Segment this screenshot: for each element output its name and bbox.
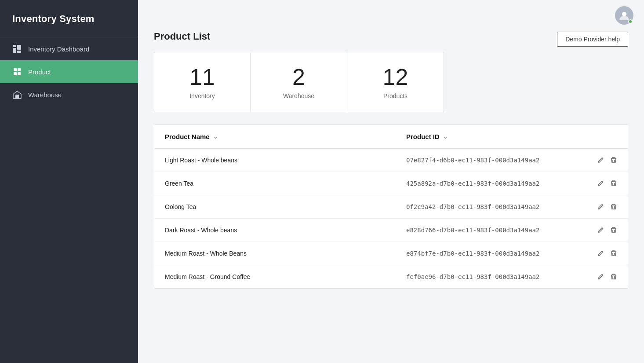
- avatar[interactable]: [615, 6, 633, 25]
- stat-card-warehouse: 2 Warehouse: [251, 52, 347, 112]
- cell-product-name: Green Tea: [165, 180, 406, 187]
- cell-product-id: e828d766-d7b0-ec11-983f-000d3a149aa2: [406, 227, 582, 234]
- stat-label-inventory: Inventory: [189, 92, 215, 99]
- table-row: Oolong Tea 0f2c9a42-d7b0-ec11-983f-000d3…: [154, 195, 628, 219]
- cell-product-id: 0f2c9a42-d7b0-ec11-983f-000d3a149aa2: [406, 203, 582, 210]
- stats-row: 11 Inventory 2 Warehouse 12 Products: [154, 52, 628, 112]
- svg-rect-4: [14, 68, 17, 71]
- cell-actions: [582, 203, 617, 210]
- edit-icon[interactable]: [597, 250, 604, 257]
- stat-label-products: Products: [383, 92, 408, 99]
- dashboard-icon: [12, 44, 22, 53]
- cell-actions: [582, 227, 617, 234]
- cell-product-id: 425a892a-d7b0-ec11-983f-000d3a149aa2: [406, 180, 582, 187]
- svg-rect-0: [13, 45, 16, 47]
- main-content: Product List Demo Provider help 11 Inven…: [138, 0, 644, 363]
- table-row: Medium Roast - Whole Beans e874bf7e-d7b0…: [154, 242, 628, 265]
- svg-rect-1: [13, 48, 16, 53]
- svg-rect-5: [18, 68, 21, 71]
- stat-card-inventory: 11 Inventory: [154, 52, 251, 112]
- cell-product-id: 07e827f4-d6b0-ec11-983f-000d3a149aa2: [406, 157, 582, 164]
- app-title: Inventory System: [0, 0, 138, 37]
- sidebar-item-product[interactable]: Product: [0, 60, 138, 83]
- edit-icon[interactable]: [597, 227, 604, 234]
- svg-point-9: [622, 12, 626, 16]
- table-row: Green Tea 425a892a-d7b0-ec11-983f-000d3a…: [154, 172, 628, 195]
- header: [138, 0, 644, 31]
- cell-actions: [582, 250, 617, 257]
- svg-rect-6: [14, 72, 17, 75]
- cell-product-name: Dark Roast - Whole beans: [165, 227, 406, 234]
- sidebar-item-label-product: Product: [28, 68, 51, 76]
- column-name-label: Product Name: [165, 133, 210, 140]
- cell-product-id: fef0ae96-d7b0-ec11-983f-000d3a149aa2: [406, 273, 582, 280]
- svg-rect-7: [18, 72, 21, 75]
- stat-card-products: 12 Products: [347, 52, 444, 112]
- edit-icon[interactable]: [597, 157, 604, 164]
- table-row: Light Roast - Whole beans 07e827f4-d6b0-…: [154, 149, 628, 172]
- sidebar-nav: Inventory Dashboard Product: [0, 37, 138, 106]
- svg-rect-3: [17, 51, 21, 53]
- table-body: Light Roast - Whole beans 07e827f4-d6b0-…: [154, 149, 628, 288]
- sidebar-item-label-dashboard: Inventory Dashboard: [28, 45, 89, 53]
- sidebar-item-warehouse[interactable]: Warehouse: [0, 83, 138, 106]
- table-header: Product Name ⌄ Product ID ⌄: [154, 125, 628, 149]
- cell-product-name: Oolong Tea: [165, 203, 406, 210]
- sidebar-item-inventory-dashboard[interactable]: Inventory Dashboard: [0, 37, 138, 60]
- product-icon: [12, 67, 22, 76]
- svg-rect-2: [17, 45, 21, 50]
- table-row: Medium Roast - Ground Coffee fef0ae96-d7…: [154, 265, 628, 288]
- cell-product-id: e874bf7e-d7b0-ec11-983f-000d3a149aa2: [406, 250, 582, 257]
- avatar-status-dot: [628, 19, 633, 24]
- cell-actions: [582, 157, 617, 164]
- demo-provider-button[interactable]: Demo Provider help: [557, 32, 628, 47]
- column-id-label: Product ID: [406, 133, 440, 140]
- warehouse-icon: [12, 90, 22, 99]
- sidebar: Inventory System Inventory Dashboard: [0, 0, 138, 363]
- delete-icon[interactable]: [610, 157, 617, 164]
- stat-number-inventory: 11: [189, 65, 215, 90]
- delete-icon[interactable]: [610, 203, 617, 210]
- demo-button-container: Demo Provider help: [557, 32, 628, 47]
- cell-product-name: Light Roast - Whole beans: [165, 157, 406, 164]
- table-row: Dark Roast - Whole beans e828d766-d7b0-e…: [154, 219, 628, 242]
- column-header-name[interactable]: Product Name ⌄: [165, 133, 406, 140]
- sidebar-item-label-warehouse: Warehouse: [28, 91, 62, 99]
- stat-label-warehouse: Warehouse: [283, 92, 314, 99]
- product-table: Product Name ⌄ Product ID ⌄ Light Roast …: [154, 125, 628, 289]
- edit-icon[interactable]: [597, 203, 604, 210]
- delete-icon[interactable]: [610, 250, 617, 257]
- cell-product-name: Medium Roast - Ground Coffee: [165, 273, 406, 280]
- svg-rect-8: [15, 95, 19, 99]
- edit-icon[interactable]: [597, 273, 604, 280]
- sort-icon-id: ⌄: [443, 134, 448, 140]
- edit-icon[interactable]: [597, 180, 604, 187]
- sort-icon-name: ⌄: [213, 134, 218, 140]
- content-area: Product List Demo Provider help 11 Inven…: [138, 31, 644, 363]
- stat-number-warehouse: 2: [292, 65, 305, 90]
- cell-product-name: Medium Roast - Whole Beans: [165, 250, 406, 257]
- delete-icon[interactable]: [610, 180, 617, 187]
- cell-actions: [582, 180, 617, 187]
- delete-icon[interactable]: [610, 273, 617, 280]
- cell-actions: [582, 273, 617, 280]
- column-header-id[interactable]: Product ID ⌄: [406, 133, 582, 140]
- delete-icon[interactable]: [610, 227, 617, 234]
- stat-number-products: 12: [383, 65, 408, 90]
